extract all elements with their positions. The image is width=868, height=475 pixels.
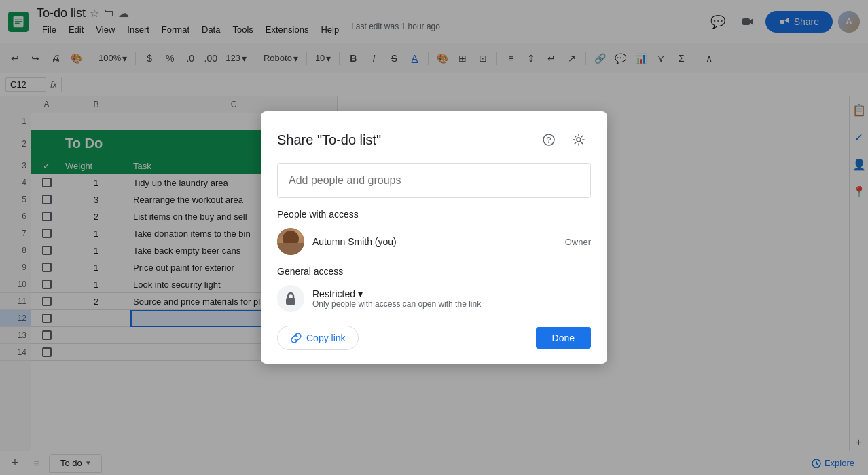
dialog-icons: ?	[537, 128, 591, 152]
link-icon	[290, 332, 302, 344]
access-type-chevron	[358, 288, 363, 299]
lock-icon	[283, 291, 298, 306]
person-name: Autumn Smith (you)	[312, 236, 557, 247]
person-row: Autumn Smith (you) Owner	[277, 228, 591, 255]
general-access-label: General access	[277, 266, 591, 277]
dialog-header: Share "To-do list" ?	[277, 128, 591, 152]
dialog-help-button[interactable]: ?	[537, 128, 561, 152]
svg-text:?: ?	[547, 136, 551, 145]
people-with-access-label: People with access	[277, 209, 591, 220]
person-avatar-initials	[277, 228, 304, 255]
access-row: Restricted Only people with access can o…	[277, 285, 591, 312]
access-info: Restricted Only people with access can o…	[312, 288, 481, 309]
copy-link-button[interactable]: Copy link	[277, 326, 359, 350]
access-type-label: Restricted	[312, 288, 355, 299]
modal-overlay[interactable]: Share "To-do list" ? People with access	[0, 0, 868, 475]
add-people-input[interactable]	[277, 163, 591, 198]
dialog-settings-button[interactable]	[566, 128, 591, 152]
access-type-dropdown[interactable]: Restricted	[312, 288, 481, 299]
svg-rect-11	[286, 298, 295, 305]
person-role: Owner	[565, 237, 591, 247]
person-avatar	[277, 228, 304, 255]
people-list: Autumn Smith (you) Owner	[277, 228, 591, 255]
dialog-footer: Copy link Done	[277, 326, 591, 350]
copy-link-label: Copy link	[306, 332, 346, 343]
share-dialog: Share "To-do list" ? People with access	[261, 111, 607, 364]
access-description: Only people with access can open with th…	[312, 299, 481, 309]
lock-icon-container	[277, 285, 304, 312]
general-access-section: General access Restricted Only people wi…	[277, 266, 591, 312]
person-info: Autumn Smith (you)	[312, 236, 557, 247]
svg-point-10	[577, 138, 581, 142]
done-button[interactable]: Done	[536, 327, 591, 349]
dialog-title: Share "To-do list"	[277, 132, 381, 148]
people-with-access-section: People with access Autumn Smith (y	[277, 209, 591, 255]
